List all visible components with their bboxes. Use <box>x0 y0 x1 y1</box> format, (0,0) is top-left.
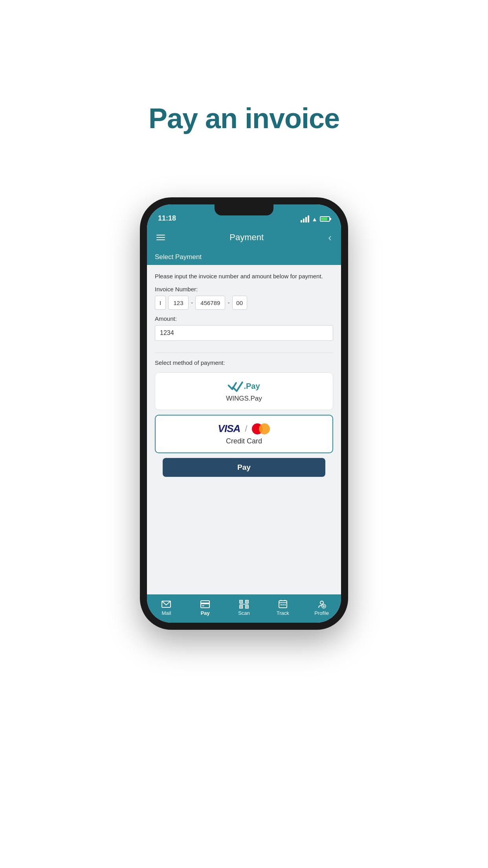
back-button[interactable]: ‹ <box>328 232 332 244</box>
payment-method-label: Select method of payment: <box>155 359 333 366</box>
wings-pay-dot: .Pay <box>244 382 260 391</box>
svg-rect-9 <box>246 601 248 602</box>
invoice-number-row: I 123 - 456789 - 00 <box>155 296 333 310</box>
tab-bar: Mail Pay <box>147 594 341 623</box>
amount-input[interactable] <box>155 325 333 341</box>
form-description: Please input the invoice number and amou… <box>155 272 333 280</box>
pay-button-area: Pay <box>155 458 333 477</box>
svg-rect-3 <box>202 605 204 606</box>
wings-pay-option[interactable]: .Pay WINGS.Pay <box>155 372 333 410</box>
svg-rect-8 <box>240 601 242 602</box>
svg-rect-2 <box>201 603 209 604</box>
page-title: Pay an invoice <box>149 102 339 134</box>
tab-track[interactable]: Track <box>263 600 302 616</box>
tab-profile[interactable]: Profile <box>302 600 341 616</box>
wings-pay-logo: .Pay <box>228 380 260 392</box>
amount-label: Amount: <box>155 315 333 322</box>
scan-icon <box>238 600 250 609</box>
select-payment-banner: Select Payment <box>147 249 341 265</box>
credit-card-logos: VISA / <box>218 423 270 435</box>
tab-mail[interactable]: Mail <box>147 600 186 616</box>
invoice-part-1[interactable]: I <box>155 296 166 310</box>
mastercard-icon <box>252 423 270 435</box>
mail-icon <box>161 600 172 609</box>
phone-notch <box>215 204 273 215</box>
svg-rect-10 <box>240 606 242 607</box>
svg-point-20 <box>320 601 323 604</box>
payment-methods-section: Select method of payment: .Pay WINGS.Pay <box>147 353 341 594</box>
svg-rect-18 <box>283 604 284 605</box>
svg-rect-19 <box>284 604 286 605</box>
status-icons: ▲ <box>301 215 330 223</box>
phone-screen: 11:18 ▲ Payment ‹ <box>147 204 341 623</box>
battery-icon <box>320 216 330 222</box>
app-header: Payment ‹ <box>147 226 341 249</box>
status-time: 11:18 <box>158 214 176 223</box>
tab-pay-label: Pay <box>201 610 210 616</box>
profile-icon <box>316 600 327 609</box>
tab-scan-label: Scan <box>238 610 250 616</box>
logo-divider: / <box>245 424 247 434</box>
screen-content: Select Payment Please input the invoice … <box>147 249 341 623</box>
invoice-part-3[interactable]: 456789 <box>195 296 225 310</box>
invoice-part-4[interactable]: 00 <box>232 296 247 310</box>
tab-pay[interactable]: Pay <box>186 600 225 616</box>
menu-icon[interactable] <box>156 235 165 240</box>
invoice-part-2[interactable]: 123 <box>168 296 189 310</box>
credit-card-option[interactable]: VISA / Credit Card <box>155 415 333 453</box>
invoice-sep-1: - <box>191 299 193 306</box>
tab-profile-label: Profile <box>314 610 329 616</box>
tab-scan[interactable]: Scan <box>225 600 264 616</box>
form-section: Please input the invoice number and amou… <box>147 265 341 347</box>
pay-button[interactable]: Pay <box>163 458 325 477</box>
pay-icon <box>200 600 211 609</box>
phone-mockup: 11:18 ▲ Payment ‹ <box>140 197 348 630</box>
tab-mail-label: Mail <box>161 610 171 616</box>
invoice-sep-2: - <box>227 299 229 306</box>
tab-track-label: Track <box>277 610 289 616</box>
wings-pay-name: WINGS.Pay <box>226 395 262 403</box>
wifi-icon: ▲ <box>312 216 317 223</box>
select-payment-label: Select Payment <box>155 253 202 261</box>
invoice-number-label: Invoice Number: <box>155 286 333 292</box>
phone-shell: 11:18 ▲ Payment ‹ <box>140 197 348 630</box>
svg-rect-17 <box>281 604 282 605</box>
signal-icon <box>301 215 309 223</box>
track-icon <box>277 600 288 609</box>
credit-card-name: Credit Card <box>226 437 262 445</box>
visa-logo: VISA <box>218 423 240 435</box>
svg-rect-11 <box>246 606 248 607</box>
wings-checkmark-icon <box>228 380 244 392</box>
header-title: Payment <box>229 232 264 243</box>
